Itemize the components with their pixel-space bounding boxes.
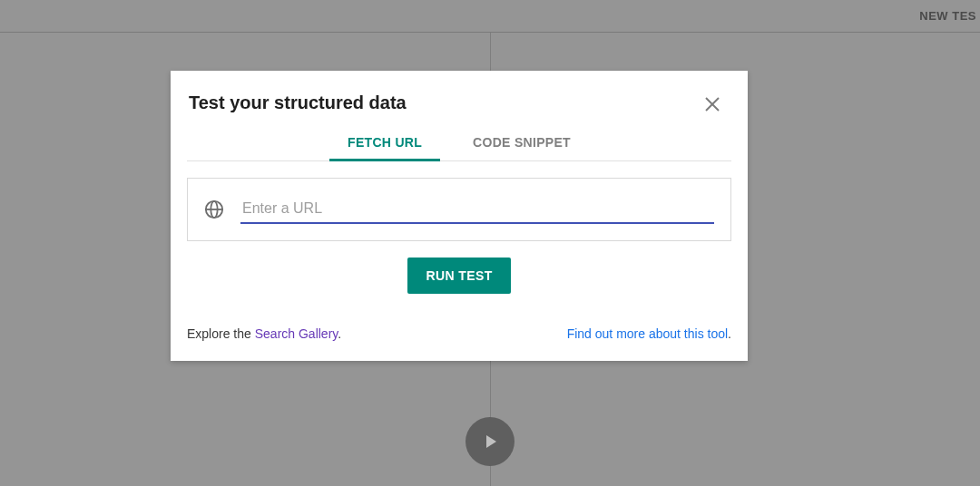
tab-fetch-url[interactable]: FETCH URL <box>348 131 422 160</box>
url-input[interactable] <box>240 195 714 224</box>
top-bar: NEW TES <box>0 0 980 33</box>
learn-more-suffix: . <box>728 326 731 341</box>
learn-more-text: Find out more about this tool. <box>567 326 731 341</box>
play-icon <box>486 435 496 448</box>
learn-more-link[interactable]: Find out more about this tool <box>567 326 728 341</box>
tabs: FETCH URL CODE SNIPPET <box>187 131 731 161</box>
close-button[interactable] <box>702 94 722 114</box>
globe-icon <box>204 199 224 219</box>
explore-text: Explore the Search Gallery. <box>187 326 341 341</box>
url-input-container <box>187 178 731 241</box>
modal-title: Test your structured data <box>189 92 730 113</box>
play-button[interactable] <box>466 417 514 466</box>
explore-prefix: Explore the <box>187 326 255 341</box>
explore-suffix: . <box>338 326 341 341</box>
close-icon <box>704 96 720 112</box>
structured-data-modal: Test your structured data FETCH URL CODE… <box>171 71 748 361</box>
modal-footer: Explore the Search Gallery. Find out mor… <box>171 326 748 361</box>
modal-header: Test your structured data <box>171 71 748 131</box>
new-test-label[interactable]: NEW TES <box>919 9 980 23</box>
tab-code-snippet[interactable]: CODE SNIPPET <box>473 131 571 160</box>
run-row: RUN TEST <box>171 241 748 326</box>
search-gallery-link[interactable]: Search Gallery <box>255 326 338 341</box>
run-test-button[interactable]: RUN TEST <box>407 258 510 294</box>
